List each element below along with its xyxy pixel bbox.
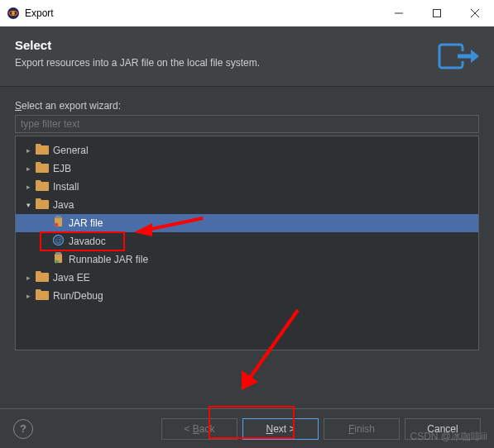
- tree-item[interactable]: ▾Java: [16, 196, 478, 214]
- tree-item-label: Runnable JAR file: [69, 254, 148, 265]
- tree-item[interactable]: JAR file: [16, 214, 478, 232]
- runnable-jar-icon: [52, 252, 69, 267]
- expander-spacer: [39, 254, 50, 265]
- filter-input[interactable]: [15, 115, 479, 133]
- chevron-down-icon[interactable]: ▾: [22, 199, 34, 211]
- tree-item[interactable]: Runnable JAR file: [16, 250, 478, 269]
- wizard-tree[interactable]: ▸General▸EJB▸Install▾JavaJAR file@Javado…: [15, 136, 479, 350]
- eclipse-icon: [7, 7, 20, 20]
- help-button[interactable]: ?: [13, 419, 33, 439]
- svg-rect-12: [55, 216, 61, 218]
- content-area: Select an export wizard: ▸General▸EJB▸In…: [0, 87, 494, 359]
- minimize-button[interactable]: [380, 0, 418, 26]
- folder-icon: [36, 271, 53, 284]
- svg-marker-22: [242, 370, 258, 390]
- javadoc-icon: @: [52, 234, 69, 249]
- chevron-right-icon[interactable]: ▸: [22, 163, 34, 174]
- titlebar: Export: [0, 0, 494, 26]
- wizard-label: Select an export wizard:: [15, 100, 479, 112]
- folder-icon: [36, 289, 53, 303]
- tree-item[interactable]: ▸EJB: [16, 160, 478, 178]
- tree-item-label: JAR file: [69, 217, 103, 229]
- jar-icon: [52, 216, 69, 231]
- svg-point-13: [55, 223, 59, 227]
- expander-spacer: [39, 217, 50, 229]
- tree-item-label: General: [53, 145, 89, 156]
- back-button[interactable]: < Back: [161, 418, 237, 440]
- export-icon: [438, 40, 479, 73]
- tree-item[interactable]: ▸General: [16, 141, 478, 160]
- tree-item[interactable]: ▸Run/Debug: [16, 287, 478, 305]
- tree-item-label: EJB: [53, 163, 71, 174]
- svg-rect-17: [55, 252, 61, 255]
- svg-marker-10: [471, 50, 479, 63]
- page-title: Select: [15, 38, 429, 52]
- chevron-right-icon[interactable]: ▸: [22, 290, 34, 302]
- svg-text:@: @: [55, 236, 62, 245]
- page-description: Export resources into a JAR file on the …: [15, 57, 429, 69]
- tree-item-label: Install: [53, 181, 79, 193]
- chevron-right-icon[interactable]: ▸: [22, 181, 34, 193]
- maximize-button[interactable]: [418, 0, 456, 26]
- watermark: CSDN @冰咖啡iii: [410, 430, 487, 444]
- chevron-right-icon[interactable]: ▸: [22, 145, 34, 156]
- tree-item-label: Java EE: [53, 272, 90, 284]
- tree-item[interactable]: ▸Java EE: [16, 269, 478, 287]
- folder-icon: [36, 180, 53, 193]
- chevron-right-icon[interactable]: ▸: [22, 272, 34, 284]
- window-controls: [380, 0, 494, 26]
- folder-icon: [36, 162, 53, 175]
- folder-icon: [36, 144, 53, 157]
- tree-item[interactable]: @Javadoc: [16, 232, 478, 250]
- header-text: Select Export resources into a JAR file …: [15, 38, 429, 69]
- svg-rect-4: [434, 10, 441, 17]
- tree-item-label: Java: [53, 199, 74, 211]
- window-title: Export: [25, 7, 54, 19]
- finish-button[interactable]: Finish: [324, 418, 400, 440]
- next-button[interactable]: Next >: [242, 418, 319, 440]
- tree-item[interactable]: ▸Install: [16, 178, 478, 196]
- tree-item-label: Javadoc: [69, 236, 106, 247]
- close-button[interactable]: [456, 0, 494, 26]
- folder-icon: [36, 198, 53, 212]
- dialog-header: Select Export resources into a JAR file …: [0, 26, 494, 87]
- tree-item-label: Run/Debug: [53, 290, 103, 302]
- svg-point-2: [12, 12, 15, 15]
- expander-spacer: [39, 236, 50, 247]
